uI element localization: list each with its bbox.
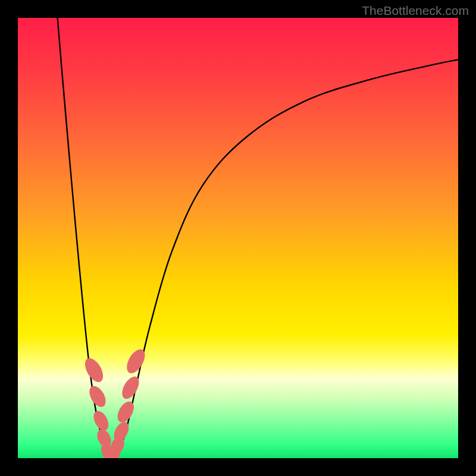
data-marker	[118, 374, 142, 402]
watermark-text: TheBottleneck.com	[362, 4, 469, 18]
data-marker	[82, 355, 107, 385]
data-markers	[82, 346, 149, 458]
data-marker	[114, 399, 137, 425]
curve-right	[110, 60, 458, 458]
plot-area	[18, 18, 458, 458]
chart-svg	[18, 18, 458, 458]
data-marker	[86, 383, 109, 409]
frame: TheBottleneck.com	[0, 0, 476, 476]
data-marker	[123, 346, 149, 376]
